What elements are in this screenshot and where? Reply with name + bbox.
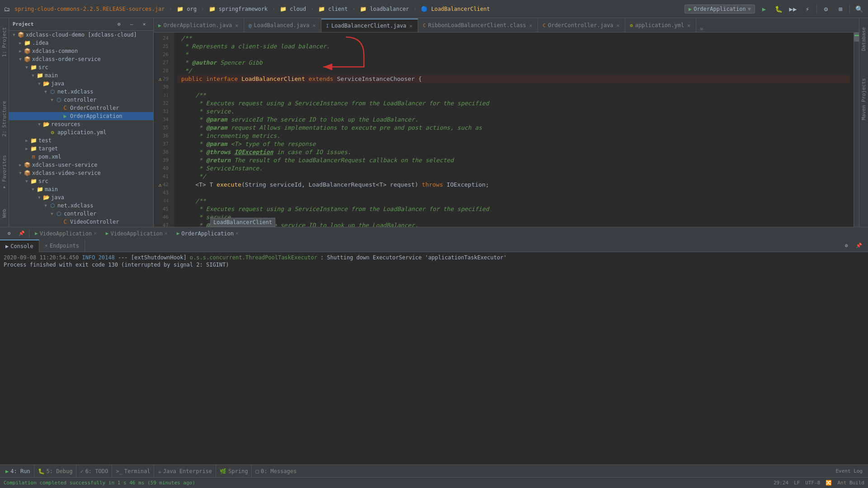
tree-label-net2: net.xdclass [57, 202, 93, 209]
tree-main[interactable]: ▼ 📁 main [9, 71, 153, 80]
tree-java-video[interactable]: ▼ 📂 java [9, 193, 153, 202]
bottom-settings-icon[interactable]: ⚙ [841, 240, 852, 251]
tree-src[interactable]: ▼ 📁 src [9, 63, 153, 71]
bc-springframework[interactable]: 📁 springframework [207, 5, 270, 13]
run-icon-v2: ▶ [106, 230, 109, 236]
toolbar-messages[interactable]: □ 0: Messages [252, 465, 300, 478]
bc-loadbalancerclient[interactable]: 🔵 LoadBalancerClient [419, 5, 491, 13]
tab-overflow[interactable]: » [696, 25, 707, 32]
nav-structure[interactable]: 2: Structure [0, 92, 9, 145]
bottom-tab-console[interactable]: ▶ Console [0, 239, 39, 252]
toolbar-todo[interactable]: ✓ 6: TODO [76, 465, 112, 478]
class-icon-vc: C [61, 218, 69, 225]
toolbar-java-enterprise[interactable]: ☕ Java Enterprise [154, 465, 216, 478]
tree-pom[interactable]: ▶ m pom.xml [9, 153, 153, 161]
tab-close-lb[interactable]: ✕ [311, 22, 316, 29]
tab-ordercontroller[interactable]: C OrderController.java ✕ [538, 19, 625, 32]
tree-target[interactable]: ▶ 📁 target [9, 145, 153, 153]
run-close-oa[interactable]: ✕ [236, 230, 239, 236]
tree-pkg-net2[interactable]: ▼ ⬡ net.xdclass [9, 202, 153, 210]
bc-client[interactable]: 📁 client [316, 5, 350, 13]
bottom-tab-endpoints[interactable]: ⚡ Endpoints [39, 239, 85, 252]
layout-button[interactable]: ⊞ [835, 4, 846, 14]
tree-src-video[interactable]: ▼ 📁 src [9, 177, 153, 185]
ant-build-tab[interactable]: Ant Build [837, 480, 864, 486]
tree-common[interactable]: ▶ 📦 xdclass-common [9, 47, 153, 55]
tree-ordercontroller[interactable]: ▶ C OrderController [9, 104, 153, 112]
code-content[interactable]: /** * Represents a client-side load bala… [174, 33, 854, 227]
tree-java[interactable]: ▼ 📂 java [9, 80, 153, 88]
run-close-v1[interactable]: ✕ [94, 230, 97, 236]
settings-button[interactable]: ⚙ [821, 4, 831, 14]
tree-test[interactable]: ▶ 📁 test [9, 136, 153, 145]
panel-collapse-icon[interactable]: — [126, 19, 137, 30]
tab-loadbalancerclient[interactable]: I LoadBalancerClient.java ✕ [321, 19, 418, 32]
line-38: 38 [154, 148, 174, 156]
line-42-bp: ⚠ 42 [154, 181, 174, 189]
code-line-45: * Executes request using a ServiceInstan… [178, 205, 850, 213]
panel-settings-icon[interactable]: ⚙ [113, 19, 124, 30]
status-position[interactable]: 29:24 [774, 480, 788, 486]
tree-videocontroller[interactable]: ▶ C VideoController [9, 218, 153, 226]
status-line-sep[interactable]: LF [794, 480, 800, 486]
nav-project[interactable]: 1: Project [0, 18, 9, 66]
run-tab-videoapplication1[interactable]: ▶ VideoApplication ✕ [31, 227, 100, 240]
editor-scrollbar[interactable] [854, 33, 859, 227]
tab-close-oa[interactable]: ✕ [234, 22, 239, 29]
bc-cloud[interactable]: 📁 cloud [278, 5, 308, 13]
tree-arrow-common: ▶ [17, 48, 24, 54]
tab-close-lbc[interactable]: ✕ [409, 23, 414, 29]
panel-close-icon[interactable]: ✕ [139, 19, 150, 30]
toolbar-debug[interactable]: 🐛 5: Debug [34, 465, 77, 478]
tree-resources[interactable]: ▼ 📂 resources [9, 120, 153, 128]
tab-close-oc[interactable]: ✕ [616, 22, 621, 29]
tab-close-yml[interactable]: ✕ [686, 22, 691, 29]
nav-maven[interactable]: Maven Projects [859, 69, 868, 129]
status-encoding[interactable]: UTF-8 [805, 480, 820, 486]
tree-root[interactable]: ▼ 📦 xdclass-cloud-demo [xdclass-cloud] [9, 31, 153, 39]
tab-loadbalanced[interactable]: @ LoadBalanced.java ✕ [244, 19, 321, 32]
tree-idea[interactable]: ▶ 📁 .idea [9, 39, 153, 47]
tab-appyml[interactable]: ⚙ application.yml ✕ [625, 19, 696, 32]
run-config-selector[interactable]: ▶ OrderApplication ▼ [684, 5, 755, 14]
tab-ribbonlbc[interactable]: C RibbonLoadBalancerClient.class ✕ [418, 19, 538, 32]
toolbar-spring[interactable]: 🌿 Spring [216, 465, 252, 478]
run-tab-orderapplication[interactable]: ▶ OrderApplication ✕ [173, 227, 242, 240]
folder-icon-main2: 📁 [36, 186, 43, 193]
toolbar-terminal[interactable]: >_ Terminal [112, 465, 154, 478]
coverage-button[interactable]: ▶▶ [788, 4, 798, 14]
line-37: 37 [154, 140, 174, 148]
event-log-link[interactable]: Event Log [835, 468, 863, 474]
tab-close-ribbon[interactable]: ✕ [528, 22, 533, 29]
tree-order-service[interactable]: ▼ 📦 xdclass-order-service [9, 55, 153, 63]
tree-pkg-controller[interactable]: ▼ ⬡ controller [9, 96, 153, 104]
run-bar-pin[interactable]: 📌 [16, 228, 27, 239]
run-close-v2[interactable]: ✕ [165, 230, 168, 236]
tree-main-video[interactable]: ▼ 📁 main [9, 185, 153, 193]
nav-web[interactable]: Web [0, 200, 9, 227]
tree-arrow-main: ▼ [30, 72, 36, 79]
tree-video-service[interactable]: ▼ 📦 xdclass-video-service [9, 169, 153, 177]
tree-appyml[interactable]: ▶ ⚙ application.yml [9, 128, 153, 136]
tree-pkg-controller2[interactable]: ▼ ⬡ controller [9, 210, 153, 218]
tree-user-service[interactable]: ▶ 📦 xdclass-user-service [9, 161, 153, 169]
tree-arrow-order: ▼ [17, 56, 24, 62]
bc-loadbalancer[interactable]: 📁 loadbalancer [358, 5, 411, 13]
nav-favorites[interactable]: ★ Favorites [0, 146, 9, 200]
search-button[interactable]: 🔍 [854, 4, 864, 14]
debug-button[interactable]: 🐛 [773, 4, 784, 14]
bc-org[interactable]: 📁 org [175, 5, 198, 13]
run-tab-videoapplication2[interactable]: ▶ VideoApplication ✕ [102, 227, 171, 240]
panel-title: Project [13, 21, 33, 27]
run-button[interactable]: ▶ [759, 4, 769, 14]
bottom-pin-icon[interactable]: 📌 [854, 240, 864, 251]
tab-orderapplication[interactable]: ▶ OrderApplication.java ✕ [154, 19, 244, 32]
toolbar-run[interactable]: ▶ 4: Run [2, 465, 34, 478]
breadcrumb-jar[interactable]: spring-cloud-commons-2.2.5.RELEASE-sourc… [13, 5, 166, 13]
tree-pkg-net[interactable]: ▼ ⬡ net.xdclass [9, 88, 153, 96]
run-bar-settings[interactable]: ⚙ [4, 228, 14, 239]
tree-orderapplication[interactable]: ▶ ▶ OrderApplication [9, 112, 153, 120]
nav-database[interactable]: Database [859, 18, 868, 60]
profile-button[interactable]: ⚡ [802, 4, 813, 14]
mid-layout: 1: Project 2: Structure ★ Favorites Web … [0, 18, 868, 227]
